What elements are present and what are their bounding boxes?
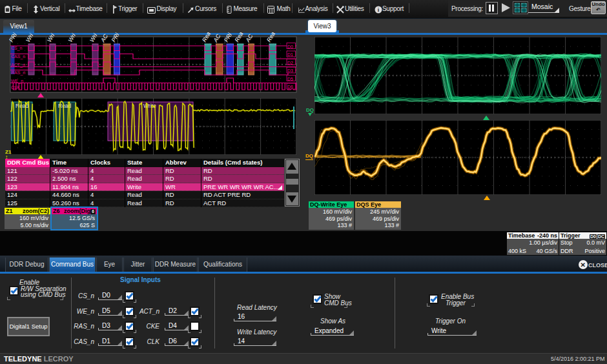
svg-text:CS_n: CS_n xyxy=(11,46,23,51)
svg-text:D6: D6 xyxy=(287,85,293,89)
svg-text:D5: D5 xyxy=(287,77,293,81)
svg-text:RAS_n: RAS_n xyxy=(11,70,25,76)
svg-text:ACT_n: ACT_n xyxy=(11,63,25,68)
svg-text:D0: D0 xyxy=(287,45,293,49)
svg-text:D2: D2 xyxy=(287,61,293,65)
svg-text:CLK: CLK xyxy=(11,85,20,90)
svg-text:CAS_n: CAS_n xyxy=(11,54,25,59)
svg-text:D1: D1 xyxy=(287,52,293,57)
svg-text:D3: D3 xyxy=(287,68,293,73)
